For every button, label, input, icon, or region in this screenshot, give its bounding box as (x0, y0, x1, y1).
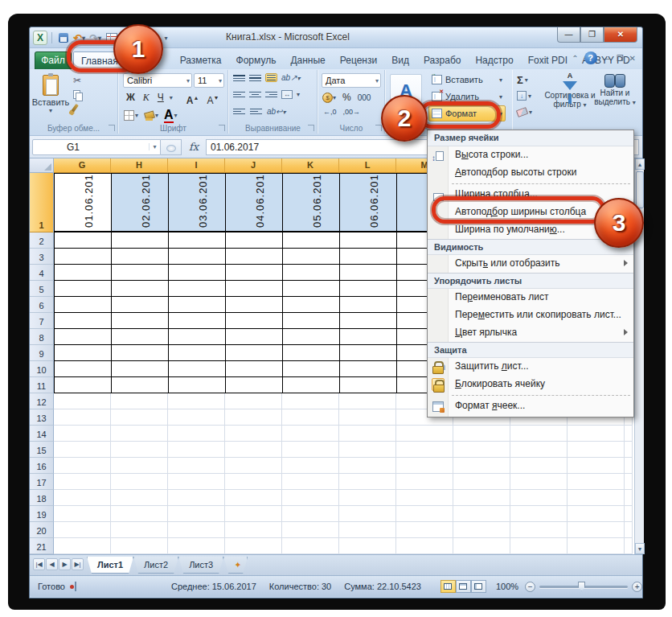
row-header-11[interactable]: 11 (30, 377, 54, 393)
find-select-button[interactable]: Найти и выделить ▾ (594, 72, 636, 125)
cell[interactable] (226, 281, 283, 297)
align-bottom-icon[interactable] (265, 73, 277, 82)
cell[interactable] (54, 232, 112, 249)
column-header-I[interactable]: I (168, 158, 225, 173)
cell[interactable] (453, 442, 510, 458)
cell-K1[interactable]: 05.06.2017 (283, 173, 340, 232)
cell[interactable] (54, 345, 112, 361)
cell[interactable] (510, 458, 568, 474)
row-header-8[interactable]: 8 (30, 329, 54, 345)
cell[interactable] (510, 522, 568, 538)
cell[interactable] (54, 538, 111, 554)
cell[interactable] (54, 281, 112, 297)
cell[interactable] (282, 506, 339, 522)
menu-item-блокировать-ячейку[interactable]: Блокировать ячейку (428, 376, 633, 393)
cell[interactable] (54, 265, 112, 281)
cell[interactable] (282, 458, 339, 474)
cell[interactable] (54, 249, 112, 265)
cell[interactable] (625, 522, 633, 538)
cell[interactable] (283, 232, 340, 249)
column-header-J[interactable]: J (225, 158, 282, 173)
cell[interactable] (340, 361, 397, 377)
row-header-20[interactable]: 20 (30, 522, 54, 538)
clear-button[interactable]: ▾ (517, 105, 532, 119)
sheet-tab-лист1[interactable]: Лист1 (87, 557, 133, 574)
cell[interactable] (283, 249, 340, 265)
column-header-K[interactable]: K (282, 158, 339, 173)
cell[interactable] (283, 345, 340, 361)
cell[interactable] (225, 426, 282, 442)
cell[interactable] (510, 506, 568, 522)
cell[interactable] (169, 281, 226, 297)
zoom-track[interactable] (539, 586, 628, 588)
select-all-corner[interactable] (30, 158, 54, 173)
row-header-3[interactable]: 3 (30, 249, 54, 265)
cell[interactable] (54, 313, 112, 329)
increase-indent-icon[interactable] (250, 107, 262, 116)
cell[interactable] (168, 409, 225, 426)
cell[interactable] (225, 458, 282, 474)
doc-minimize-icon[interactable]: — (603, 54, 611, 63)
cell[interactable] (396, 474, 453, 490)
cell[interactable] (339, 442, 396, 458)
dialog-launcher-icon[interactable] (109, 125, 115, 131)
row-header-7[interactable]: 7 (30, 313, 54, 329)
borders-button[interactable]: ▾ (124, 110, 138, 121)
tab-разметка[interactable]: Разметка (173, 51, 229, 69)
align-middle-icon[interactable] (249, 73, 261, 82)
cell[interactable] (339, 522, 396, 538)
cell[interactable] (283, 297, 340, 313)
cell[interactable] (54, 297, 112, 313)
cell[interactable] (168, 393, 225, 409)
row-header-4[interactable]: 4 (30, 265, 54, 281)
help-icon[interactable]: ? (584, 51, 597, 64)
last-sheet-icon[interactable]: ▶| (72, 558, 84, 570)
cell[interactable] (340, 249, 397, 265)
cell[interactable] (339, 458, 396, 474)
normal-view-button[interactable] (440, 580, 456, 593)
cell[interactable] (169, 345, 226, 361)
autosum-button[interactable]: Σ▾ (517, 72, 532, 87)
cell[interactable] (453, 490, 510, 506)
tab-данные[interactable]: Данные (283, 51, 332, 69)
cell[interactable] (54, 377, 112, 393)
cell-L1[interactable]: 06.06.2017 (340, 173, 397, 232)
menu-item-защитить-лист[interactable]: Защитить лист... (428, 358, 633, 376)
cell[interactable] (396, 522, 453, 538)
menu-item-высота-строки[interactable]: Высота строки... (428, 146, 633, 164)
cell[interactable] (226, 361, 283, 377)
cell[interactable] (283, 377, 340, 393)
menu-item-цвет-ярлычка[interactable]: Цвет ярлычка (428, 324, 633, 342)
cell[interactable] (111, 490, 168, 506)
cell[interactable] (112, 377, 169, 393)
cell[interactable] (625, 426, 633, 442)
restore-button[interactable]: ❐ (580, 27, 604, 43)
menu-item-скрыть-или-отобразить[interactable]: Скрыть или отобразить (428, 255, 633, 273)
cell[interactable] (54, 329, 112, 345)
percent-button[interactable]: % (340, 91, 354, 105)
fx-icon[interactable]: fx (182, 141, 206, 153)
cell[interactable] (225, 474, 282, 490)
prev-sheet-icon[interactable]: ◀ (46, 558, 58, 570)
cell[interactable] (54, 506, 111, 522)
cell[interactable] (568, 506, 625, 522)
cell[interactable] (453, 474, 510, 490)
cell[interactable] (340, 265, 397, 281)
row-header-9[interactable]: 9 (30, 345, 54, 361)
cell[interactable] (169, 249, 226, 265)
cell[interactable] (568, 426, 625, 442)
cell[interactable] (283, 265, 340, 281)
row-header-13[interactable]: 13 (30, 409, 54, 426)
cell[interactable] (168, 458, 225, 474)
tab-формуль[interactable]: Формуль (229, 51, 284, 69)
decrease-indent-icon[interactable] (233, 107, 245, 116)
cell[interactable] (112, 313, 169, 329)
zoom-in-icon[interactable]: + (632, 582, 642, 592)
cell[interactable] (340, 377, 397, 393)
cell[interactable] (225, 490, 282, 506)
cell[interactable] (396, 442, 453, 458)
cell[interactable] (282, 409, 339, 426)
cell[interactable] (168, 490, 225, 506)
cell[interactable] (396, 506, 453, 522)
cell[interactable] (111, 409, 168, 426)
